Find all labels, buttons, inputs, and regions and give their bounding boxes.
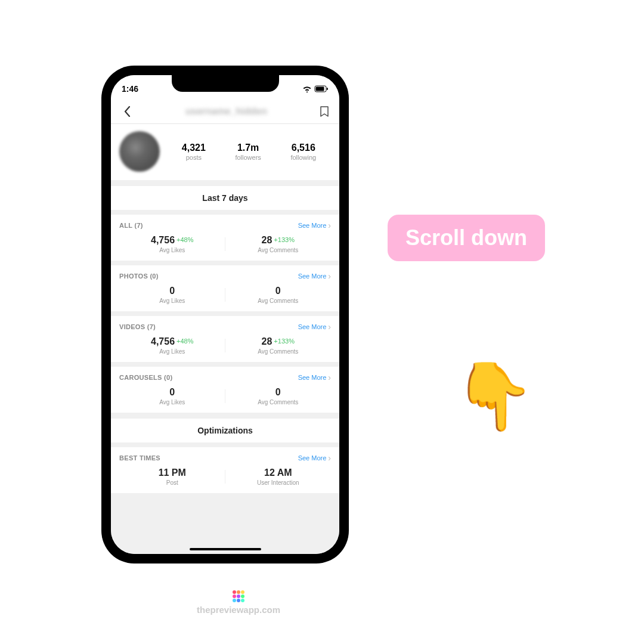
app-logo-icon [197, 584, 280, 602]
see-more-all[interactable]: See More [298, 221, 331, 230]
best-post-label: Post [119, 479, 225, 486]
wifi-icon [302, 85, 312, 92]
watermark: thepreviewapp.com [197, 584, 280, 615]
comments-label: Avg Comments [225, 247, 332, 253]
home-indicator[interactable] [190, 548, 261, 550]
optimizations-title: Optimizations [111, 419, 339, 442]
likes-label: Avg Likes [119, 247, 225, 253]
section-carousels: CAROUSELS (0) See More 0 Avg Likes 0 Avg… [111, 367, 339, 413]
profile-stats-row: 4,321 posts 1.7m followers 6,516 followi… [111, 124, 339, 180]
followers-label: followers [235, 154, 261, 161]
section-photos: PHOTOS (0) See More 0 Avg Likes 0 Avg Co… [111, 265, 339, 311]
all-likes-value: 4,756 [151, 235, 175, 246]
phone-frame: 1:46 username_hidden [101, 66, 349, 564]
carousels-comments-value: 0 [275, 387, 281, 398]
status-time: 1:46 [122, 84, 138, 94]
posts-label: posts [182, 154, 206, 161]
videos-comments-value: 28 [262, 336, 273, 347]
followers-count: 1.7m [235, 143, 261, 153]
all-likes-change: +48% [177, 236, 193, 243]
see-more-videos[interactable]: See More [298, 322, 331, 332]
bookmark-button[interactable] [318, 105, 331, 118]
posts-count: 4,321 [182, 143, 206, 153]
all-comments-change: +133% [274, 236, 295, 243]
avatar[interactable] [119, 131, 160, 172]
page-header: username_hidden [111, 99, 339, 124]
photos-likes-value: 0 [169, 286, 175, 296]
followers-stat[interactable]: 1.7m followers [235, 143, 261, 161]
videos-likes-value: 4,756 [151, 336, 175, 347]
all-comments-value: 28 [262, 235, 273, 246]
page-title: username_hidden [135, 106, 318, 117]
videos-likes-change: +48% [177, 338, 193, 345]
phone-notch [172, 75, 279, 92]
pointing-down-icon: 👇 [453, 358, 535, 435]
following-stat[interactable]: 6,516 following [290, 143, 316, 161]
following-label: following [290, 154, 316, 161]
watermark-text: thepreviewapp.com [197, 605, 280, 615]
following-count: 6,516 [290, 143, 316, 153]
best-interaction-time: 12 AM [264, 467, 292, 478]
section-all-label: ALL (7) [119, 222, 143, 229]
best-post-time: 11 PM [159, 467, 186, 478]
section-best-times: BEST TIMES See More 11 PM Post 12 AM Use… [111, 447, 339, 493]
best-interaction-label: User Interaction [225, 479, 332, 486]
phone-screen[interactable]: 1:46 username_hidden [111, 75, 339, 554]
svg-rect-1 [316, 87, 324, 91]
carousels-likes-value: 0 [169, 387, 175, 398]
see-more-carousels[interactable]: See More [298, 373, 331, 382]
see-more-best-times[interactable]: See More [298, 453, 331, 463]
svg-rect-2 [327, 88, 328, 90]
back-button[interactable] [119, 104, 135, 119]
section-all: ALL (7) See More 4,756+48% Avg Likes 28+… [111, 215, 339, 261]
period-title: Last 7 days [111, 186, 339, 210]
videos-comments-change: +133% [274, 338, 295, 345]
section-videos: VIDEOS (7) See More 4,756+48% Avg Likes … [111, 316, 339, 362]
scroll-down-callout: Scroll down [388, 215, 545, 261]
scroll-content[interactable]: 4,321 posts 1.7m followers 6,516 followi… [111, 124, 339, 554]
section-videos-label: VIDEOS (7) [119, 323, 156, 330]
see-more-photos[interactable]: See More [298, 271, 331, 281]
posts-stat[interactable]: 4,321 posts [182, 143, 206, 161]
section-photos-label: PHOTOS (0) [119, 273, 159, 280]
photos-comments-value: 0 [275, 286, 281, 296]
battery-icon [314, 85, 329, 92]
status-indicators [302, 85, 329, 92]
section-carousels-label: CAROUSELS (0) [119, 374, 172, 381]
best-times-label: BEST TIMES [119, 454, 160, 462]
